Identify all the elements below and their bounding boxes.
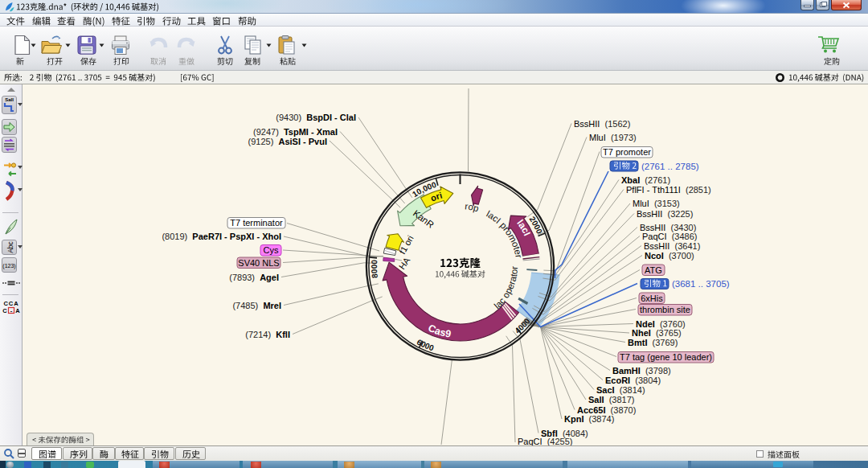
svg-text:KpnI (3874): KpnI (3874) <box>564 414 614 424</box>
svg-text:(7485) MreI: (7485) MreI <box>232 301 281 310</box>
svg-text:(2761 .. 2785): (2761 .. 2785) <box>641 162 699 171</box>
svg-text:SalI: SalI <box>5 97 14 102</box>
svg-text:NcoI (3700): NcoI (3700) <box>645 251 694 261</box>
svg-text:PaqCI (4255): PaqCI (4255) <box>518 437 573 445</box>
svg-text:SV40 NLS: SV40 NLS <box>238 258 279 268</box>
svg-text:BssHII (1562): BssHII (1562) <box>574 119 630 129</box>
svg-text:SacI (3814): SacI (3814) <box>596 385 645 395</box>
svg-text:PflFI - Tth111I (2851): PflFI - Tth111I (2851) <box>626 185 711 195</box>
svg-text:(7893) AgeI: (7893) AgeI <box>229 273 279 282</box>
svg-text:PaqCI (3486): PaqCI (3486) <box>642 232 698 241</box>
svg-text:BssHII (3641): BssHII (3641) <box>644 241 700 251</box>
svg-text:T7 terminator: T7 terminator <box>230 218 283 228</box>
svg-text:BamHI (3798): BamHI (3798) <box>612 366 671 376</box>
svg-text:XbaI (2761): XbaI (2761) <box>621 175 670 185</box>
svg-text:(9430) BspDI - ClaI: (9430) BspDI - ClaI <box>276 113 356 122</box>
svg-text:MluI (1973): MluI (1973) <box>589 133 637 142</box>
svg-text:(8019) PaeR7I - PspXI - XhoI: (8019) PaeR7I - PspXI - XhoI <box>162 232 281 241</box>
svg-text:EcoRI (3804): EcoRI (3804) <box>605 376 661 385</box>
svg-text:C: C <box>2 307 7 314</box>
svg-text:Abc: Abc <box>6 240 14 252</box>
svg-text:A: A <box>15 307 20 314</box>
svg-text:ATG: ATG <box>645 265 662 275</box>
svg-text:(9125) AsiSI - PvuI: (9125) AsiSI - PvuI <box>248 137 327 146</box>
svg-text:SalI (3817): SalI (3817) <box>588 395 635 404</box>
svg-text:MluI (3153): MluI (3153) <box>633 199 680 208</box>
svg-text:(123): (123) <box>2 263 15 269</box>
svg-text:8000: 8000 <box>370 259 379 278</box>
svg-text:(3681 .. 3705): (3681 .. 3705) <box>672 279 730 289</box>
svg-text:T7 tag (gene 10 leader): T7 tag (gene 10 leader) <box>620 352 712 362</box>
svg-text:6xHis: 6xHis <box>641 294 663 303</box>
svg-text:(9247) TspMI - XmaI: (9247) TspMI - XmaI <box>253 127 338 137</box>
svg-text:Acc65I (3870): Acc65I (3870) <box>577 405 636 415</box>
svg-text:(7214) KflI: (7214) KflI <box>245 330 290 339</box>
svg-text:thrombin site: thrombin site <box>640 305 690 314</box>
svg-text:NdeI (3760): NdeI (3760) <box>636 319 686 329</box>
svg-text:HA: HA <box>397 255 412 271</box>
svg-text:NheI (3765): NheI (3765) <box>632 328 682 338</box>
svg-text:BmtI (3769): BmtI (3769) <box>628 338 678 347</box>
svg-text:Cys: Cys <box>264 245 279 255</box>
svg-text:T7 promoter: T7 promoter <box>603 147 651 157</box>
svg-text:BssHII (3225): BssHII (3225) <box>637 209 693 219</box>
